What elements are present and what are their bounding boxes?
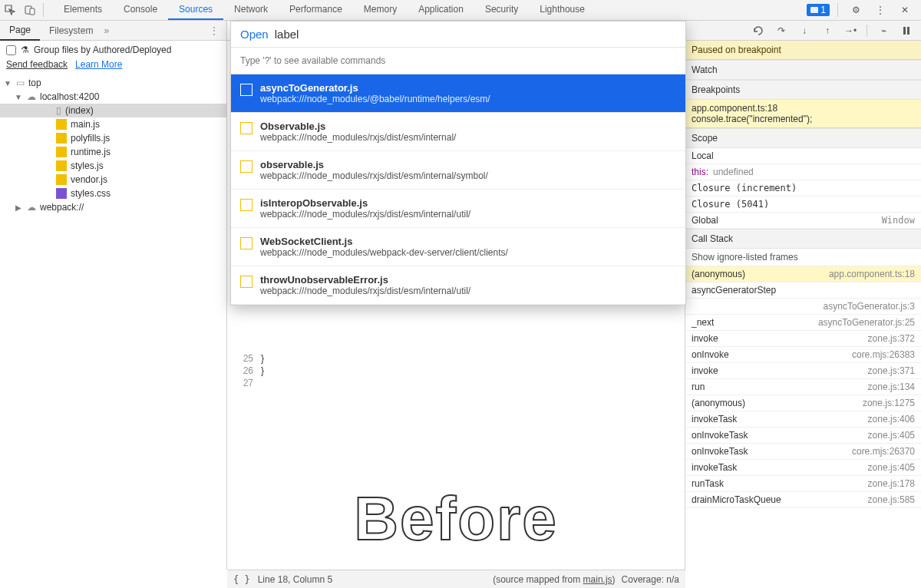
quick-open-input[interactable] <box>275 28 676 41</box>
cloud-icon <box>27 202 36 213</box>
quick-open-item[interactable]: isInteropObservable.jswebpack:///node_mo… <box>231 190 685 228</box>
tree-file[interactable]: polyfills.js <box>0 131 226 145</box>
quick-open-item[interactable]: asyncToGenerator.jswebpack:///node_modul… <box>231 74 685 113</box>
scope-local[interactable]: Local <box>685 148 921 164</box>
step-into-icon[interactable]: ↓ <box>797 24 811 38</box>
quick-open-hint: Type '?' to see available commands <box>231 48 685 74</box>
step-icon[interactable]: →• <box>843 24 857 38</box>
quick-open-item[interactable]: Observable.jswebpack:///node_modules/rxj… <box>231 113 685 151</box>
quick-open-item-path: webpack:///node_modules/rxjs/dist/esm/in… <box>260 286 470 296</box>
tab-page[interactable]: Page <box>0 21 40 41</box>
stack-frame[interactable]: invokezone.js:371 <box>685 363 921 379</box>
tab-memory[interactable]: Memory <box>353 0 408 20</box>
tab-elements[interactable]: Elements <box>53 0 113 20</box>
svg-rect-3 <box>903 27 906 35</box>
inspect-icon[interactable] <box>0 0 20 20</box>
stack-frame[interactable]: onInvokecore.mjs:26383 <box>685 347 921 363</box>
file-tree: ▼top ▼localhost:4200 (index)main.jspolyf… <box>0 74 226 216</box>
step-out-icon[interactable]: ↑ <box>820 24 834 38</box>
tree-top[interactable]: ▼top <box>0 76 226 90</box>
tab-filesystem[interactable]: Filesystem <box>40 21 102 40</box>
tab-network[interactable]: Network <box>223 0 279 20</box>
stack-frame[interactable]: asyncGeneratorStep <box>685 282 921 299</box>
step-over-icon[interactable]: ↷ <box>774 24 788 38</box>
navigator-more-icon[interactable]: » <box>104 25 109 36</box>
stack-frame[interactable]: invokezone.js:372 <box>685 331 921 347</box>
stack-frame[interactable]: onInvokeTaskzone.js:405 <box>685 428 921 444</box>
device-toggle-icon[interactable] <box>20 0 40 20</box>
tree-file[interactable]: runtime.js <box>0 145 226 159</box>
navigator-kebab-icon[interactable]: ⋮ <box>202 25 226 36</box>
tree-file[interactable]: main.js <box>0 117 226 131</box>
send-feedback-link[interactable]: Send feedback <box>6 59 68 70</box>
scope-global[interactable]: GlobalWindow <box>685 213 921 229</box>
stack-frame[interactable]: asyncToGenerator.js:3 <box>685 299 921 315</box>
stack-frame[interactable]: runTaskzone.js:178 <box>685 476 921 492</box>
stack-fn: runTask <box>692 478 724 489</box>
debugger-toolbar: ↷ ↓ ↑ →• ⌁ <box>685 21 921 40</box>
tree-webpack[interactable]: ▶webpack:// <box>0 200 226 214</box>
stack-frame[interactable]: invokeTaskzone.js:405 <box>685 460 921 476</box>
section-watch[interactable]: Watch <box>685 60 921 80</box>
section-callstack[interactable]: Call Stack <box>685 229 921 249</box>
stack-frame[interactable]: (anonymous)zone.js:1275 <box>685 395 921 411</box>
quick-open-item[interactable]: WebSocketClient.jswebpack:///node_module… <box>231 228 685 266</box>
resume-icon[interactable] <box>751 24 765 38</box>
group-files-checkbox[interactable] <box>6 45 16 55</box>
code-body[interactable]: }} <box>261 352 264 377</box>
stack-frame[interactable]: (anonymous)app.component.ts:18 <box>685 266 921 282</box>
gear-icon[interactable]: ⚙ <box>846 0 866 20</box>
quick-open-item-path: webpack:///node_modules/@babel/runtime/h… <box>260 94 490 104</box>
tab-lighthouse[interactable]: Lighthouse <box>529 0 596 20</box>
tab-application[interactable]: Application <box>408 0 474 20</box>
quick-open-item-path: webpack:///node_modules/rxjs/dist/esm/in… <box>260 132 456 143</box>
quick-open-item[interactable]: observable.jswebpack:///node_modules/rxj… <box>231 151 685 190</box>
stack-frame[interactable]: _nextasyncToGenerator.js:25 <box>685 315 921 331</box>
separator <box>43 3 44 17</box>
tab-sources[interactable]: Sources <box>168 0 223 20</box>
tab-console[interactable]: Console <box>113 0 168 20</box>
learn-more-link[interactable]: Learn More <box>75 59 122 70</box>
stack-frame[interactable]: runzone.js:134 <box>685 379 921 395</box>
stack-loc: asyncToGenerator.js:3 <box>824 301 915 312</box>
cursor-position: Line 18, Column 5 <box>258 574 332 585</box>
deactivate-breakpoints-icon[interactable]: ⌁ <box>876 24 890 38</box>
tree-file[interactable]: styles.css <box>0 187 226 200</box>
quick-open-item[interactable]: throwUnobservableError.jswebpack:///node… <box>231 266 685 305</box>
folder-icon <box>16 78 25 88</box>
show-ignore-listed[interactable]: Show ignore-listed frames <box>685 249 921 266</box>
js-file-icon <box>56 160 67 171</box>
pause-exceptions-icon[interactable] <box>900 24 913 38</box>
tree-file[interactable]: (index) <box>0 104 226 117</box>
kebab-icon[interactable]: ⋮ <box>870 0 890 20</box>
stack-loc: zone.js:405 <box>868 462 915 473</box>
stack-frame[interactable]: drainMicroTaskQueuezone.js:585 <box>685 492 921 508</box>
js-file-icon <box>56 174 67 185</box>
stack-fn: invoke <box>692 365 718 376</box>
file-icon <box>240 199 253 211</box>
scope-closure[interactable]: Closure (increment) <box>685 180 921 197</box>
tree-file[interactable]: vendor.js <box>0 173 226 187</box>
stack-fn: (anonymous) <box>692 398 745 408</box>
tree-host[interactable]: ▼localhost:4200 <box>0 90 226 104</box>
close-icon[interactable]: ✕ <box>895 0 915 20</box>
stack-loc: zone.js:1275 <box>863 398 915 408</box>
stack-frame[interactable]: onInvokeTaskcore.mjs:26370 <box>685 444 921 460</box>
svg-rect-2 <box>810 7 818 13</box>
quick-open-prefix: Open <box>240 28 269 41</box>
tree-file[interactable]: styles.js <box>0 159 226 173</box>
editor-footer: { } Line 18, Column 5 (source mapped fro… <box>227 570 685 588</box>
breakpoint-item[interactable]: app.component.ts:18 console.trace("incre… <box>685 100 921 128</box>
tab-security[interactable]: Security <box>474 0 529 20</box>
stack-fn: _next <box>692 317 714 328</box>
section-breakpoints[interactable]: Breakpoints <box>685 80 921 100</box>
tab-performance[interactable]: Performance <box>279 0 353 20</box>
stack-loc: zone.js:372 <box>868 333 915 344</box>
source-map-link[interactable]: main.js <box>583 574 612 585</box>
scope-closure[interactable]: Closure (5041) <box>685 197 921 213</box>
navigator-tabs: Page Filesystem » ⋮ <box>0 21 227 40</box>
stack-frame[interactable]: invokeTaskzone.js:406 <box>685 411 921 428</box>
section-scope[interactable]: Scope <box>685 128 921 148</box>
pretty-print-icon[interactable]: { } <box>233 574 250 585</box>
issues-badge[interactable]: 1 <box>807 4 830 16</box>
